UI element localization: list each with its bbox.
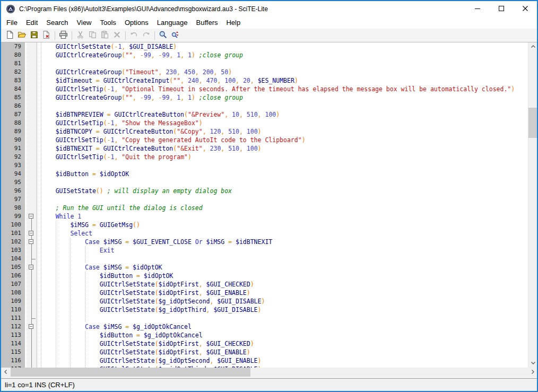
fold-toggle[interactable]	[29, 324, 33, 329]
code-text[interactable]	[37, 102, 528, 110]
minimize-button[interactable]	[465, 1, 489, 17]
code-line: 102Case $iMSG = $GUI_EVENT_CLOSE Or $iMS…	[1, 238, 528, 246]
code-text[interactable]: Exit	[37, 246, 528, 255]
menu-item-file[interactable]: File	[2, 17, 22, 29]
menu-item-options[interactable]: Options	[120, 17, 153, 29]
fold-toggle[interactable]	[29, 231, 33, 236]
code-area[interactable]: 79GUICtrlSetState(-1, $GUI_DISABLE)80GUI…	[1, 42, 528, 368]
code-text[interactable]: GUICtrlSetState($g_idOptThird, $GUI_DISA…	[37, 306, 528, 314]
code-text[interactable]: Case $iMSG = $GUI_EVENT_CLOSE Or $iMSG =…	[37, 238, 528, 246]
code-text[interactable]: GUICtrlSetState($idOptFirst, $GUI_CHECKE…	[37, 339, 528, 348]
code-text[interactable]: While 1	[37, 212, 528, 221]
indent-guide	[41, 68, 41, 76]
code-text[interactable]: GUICtrlSetState($idOptFirst, $GUI_ENABLE…	[37, 348, 528, 356]
code-text[interactable]	[37, 59, 528, 68]
code-text[interactable]: $idBTNPREVIEW = GUICtrlCreateButton("&Pr…	[37, 110, 528, 119]
code-text[interactable]: GUICtrlSetTip(-1, "Show the MessageBox")	[37, 119, 528, 127]
code-text[interactable]: GUICtrlSetState($g_idOptSecond, $GUI_ENA…	[37, 356, 528, 365]
fold-toggle[interactable]	[29, 214, 33, 219]
code-text[interactable]: Case $iMSG = $g_idOptOkCancel	[37, 323, 528, 331]
code-text[interactable]: $iMSG = GUIGetMsg()	[37, 221, 528, 229]
line-number: 84	[1, 85, 25, 93]
line-number: 109	[1, 297, 25, 306]
fold-minus-icon	[30, 233, 32, 233]
horizontal-scrollbar[interactable]	[1, 368, 537, 377]
indent-guide	[56, 348, 56, 356]
menu-item-tools[interactable]: Tools	[96, 17, 120, 29]
code-text[interactable]: $idButton = $g_idOptOkCancel	[37, 331, 528, 339]
delete-icon	[112, 30, 122, 41]
code-text[interactable]	[37, 178, 528, 187]
code-text[interactable]: GUICtrlCreateGroup("Timeout", 230, 450, …	[37, 68, 528, 76]
fold-toggle[interactable]	[29, 239, 33, 244]
code-line-tokens: $idButton = $idOptOK	[37, 272, 173, 280]
scroll-right-button[interactable]	[528, 368, 537, 377]
code-text[interactable]: ; Run the GUI until the dialog is closed	[37, 204, 528, 212]
menu-item-search[interactable]: Search	[42, 17, 72, 29]
code-text[interactable]: GUICtrlCreateGroup("", -99, -99, 1, 1) ;…	[37, 51, 528, 59]
code-text[interactable]: $idBTNCOPY = GUICtrlCreateButton("&Copy"…	[37, 127, 528, 136]
maximize-button[interactable]	[489, 1, 513, 17]
code-text[interactable]: GUICtrlCreateGroup("", -99, -99, 1, 1) ;…	[37, 93, 528, 102]
close-file-button[interactable]	[40, 30, 53, 41]
toolbar-separator	[125, 31, 126, 40]
new-file-button[interactable]	[4, 30, 16, 41]
code-line: 95	[1, 178, 528, 187]
indent-guide	[41, 187, 41, 195]
save-file-button[interactable]	[28, 30, 40, 41]
code-text[interactable]: $idButton = $idOptOK	[37, 272, 528, 280]
code-text[interactable]: Select	[37, 229, 528, 238]
find-button[interactable]	[157, 30, 169, 41]
menu-item-help[interactable]: Help	[222, 17, 245, 29]
fold-margin-cell	[27, 68, 37, 76]
print-icon	[59, 30, 68, 41]
code-text[interactable]	[37, 195, 528, 204]
menu-item-buffers[interactable]: Buffers	[192, 17, 222, 29]
toolbar-separator	[154, 31, 155, 40]
print-button[interactable]	[57, 30, 70, 41]
code-line-tokens: $idButton = $idOptOK	[37, 170, 129, 178]
close-button[interactable]	[513, 1, 537, 17]
vscroll-track[interactable]	[528, 51, 537, 359]
code-text[interactable]: GUICtrlSetState($idOptFirst, $GUI_ENABLE…	[37, 289, 528, 297]
code-text[interactable]: GUICtrlSetState($g_idOptSecond, $GUI_DIS…	[37, 297, 528, 306]
open-file-button[interactable]	[16, 30, 28, 41]
menu-item-language[interactable]: Language	[153, 17, 192, 29]
fold-toggle[interactable]	[29, 265, 33, 269]
code-text[interactable]: $idTimeout = GUICtrlCreateInput("", 240,…	[37, 76, 528, 85]
code-text[interactable]	[37, 314, 528, 323]
find-next-button[interactable]	[169, 30, 181, 41]
code-text[interactable]: $idButton = $idOptOK	[37, 170, 528, 178]
code-text[interactable]: GUICtrlSetState(-1, $GUI_DISABLE)	[37, 42, 528, 51]
save-file-icon	[30, 30, 39, 41]
fold-margin-cell	[27, 255, 37, 263]
code-text[interactable]: GUISetState() ; will display an empty di…	[37, 187, 528, 195]
code-text[interactable]	[37, 161, 528, 170]
hscroll-track[interactable]	[10, 368, 528, 377]
menu-item-edit[interactable]: Edit	[22, 17, 42, 29]
code-text[interactable]: GUICtrlSetTip(-1, "Quit the program")	[37, 153, 528, 161]
vertical-scrollbar[interactable]	[528, 42, 537, 368]
line-number: 80	[1, 51, 25, 59]
code-text[interactable]: GUICtrlSetState($idOptFirst, $GUI_CHECKE…	[37, 280, 528, 289]
hscroll-thumb[interactable]	[11, 368, 250, 377]
fold-connector-line	[31, 289, 32, 297]
copy-icon	[88, 30, 97, 41]
code-line: 90GUICtrlSetTip(-1, "Copy the generated …	[1, 136, 528, 144]
code-line-tokens: $iMSG = GUIGetMsg()	[37, 221, 140, 229]
code-line: 106$idButton = $idOptOK	[1, 272, 528, 280]
scroll-left-button[interactable]	[1, 368, 10, 377]
scroll-down-button[interactable]	[528, 359, 537, 368]
code-text[interactable]: GUICtrlSetTip(-1, "Optional Timeout in s…	[37, 85, 528, 93]
code-text[interactable]: $idBTNEXIT = GUICtrlCreateButton("&Exit"…	[37, 144, 528, 153]
code-text[interactable]: GUICtrlSetTip(-1, "Copy the generated Au…	[37, 136, 528, 144]
paste-button	[99, 30, 111, 41]
code-line-tokens: GUICtrlSetState($g_idOptSecond, $GUI_DIS…	[37, 297, 265, 306]
code-text[interactable]	[37, 255, 528, 263]
scroll-up-button[interactable]	[528, 42, 537, 51]
code-text[interactable]: Case $iMSG = $idOptOK	[37, 263, 528, 272]
line-number: 116	[1, 356, 25, 365]
menu-item-view[interactable]: View	[73, 17, 96, 29]
vscroll-thumb[interactable]	[528, 108, 537, 138]
code-line-tokens: Exit	[37, 246, 114, 255]
